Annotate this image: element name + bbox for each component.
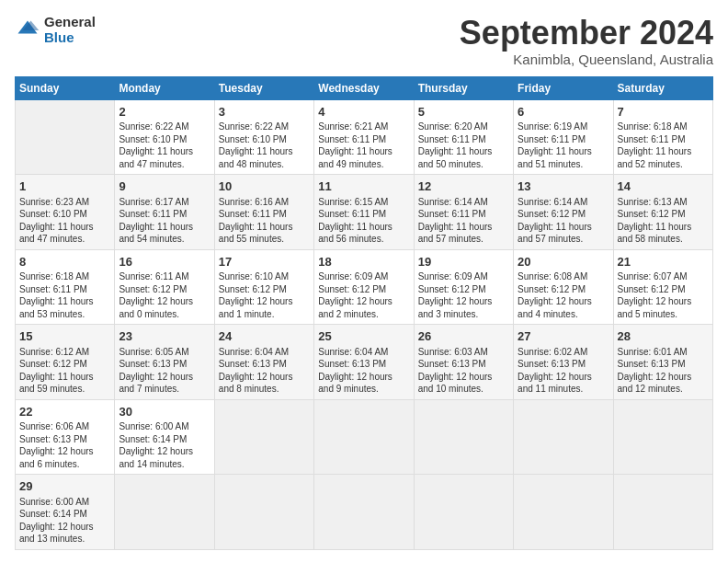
- sunrise-label: Sunrise: 6:00 AM: [19, 497, 89, 507]
- daylight-label: Daylight: 12 hours and 13 minutes.: [19, 522, 94, 545]
- day-number: 23: [119, 328, 210, 345]
- logo-general: General: [44, 15, 96, 30]
- table-row: 21Sunrise: 6:07 AMSunset: 6:12 PMDayligh…: [613, 249, 712, 325]
- logo-icon: [15, 17, 40, 43]
- sunrise-label: Sunrise: 6:04 AM: [318, 347, 388, 357]
- table-row: 23Sunrise: 6:05 AMSunset: 6:13 PMDayligh…: [115, 325, 214, 400]
- table-row: [115, 475, 214, 550]
- table-row: 6Sunrise: 6:19 AMSunset: 6:11 PMDaylight…: [514, 99, 613, 175]
- day-number: 5: [418, 104, 509, 121]
- daylight-label: Daylight: 11 hours and 58 minutes.: [618, 222, 692, 245]
- day-number: 20: [518, 254, 609, 270]
- table-row: 14Sunrise: 6:13 AMSunset: 6:12 PMDayligh…: [613, 175, 712, 250]
- sunset-label: Sunset: 6:14 PM: [119, 434, 187, 444]
- sunrise-label: Sunrise: 6:22 AM: [219, 121, 289, 132]
- table-row: 16Sunrise: 6:11 AMSunset: 6:12 PMDayligh…: [115, 249, 214, 325]
- daylight-label: Daylight: 11 hours and 57 minutes.: [418, 222, 493, 245]
- table-row: 1Sunrise: 6:23 AMSunset: 6:10 PMDaylight…: [16, 175, 115, 250]
- table-row: 12Sunrise: 6:14 AMSunset: 6:11 PMDayligh…: [414, 175, 513, 250]
- day-number: 28: [618, 328, 709, 345]
- sunset-label: Sunset: 6:11 PM: [119, 209, 187, 219]
- table-row: 4Sunrise: 6:21 AMSunset: 6:11 PMDaylight…: [314, 99, 414, 175]
- sunset-label: Sunset: 6:11 PM: [19, 284, 87, 294]
- sunset-label: Sunset: 6:12 PM: [119, 284, 187, 294]
- day-number: 18: [318, 254, 409, 270]
- day-number: 26: [418, 328, 509, 345]
- header-tuesday: Tuesday: [214, 76, 313, 99]
- sunrise-label: Sunrise: 6:11 AM: [119, 271, 188, 282]
- sunset-label: Sunset: 6:12 PM: [318, 284, 386, 294]
- day-number: 21: [618, 254, 709, 270]
- sunrise-label: Sunrise: 6:04 AM: [219, 347, 289, 357]
- daylight-label: Daylight: 11 hours and 55 minutes.: [219, 222, 293, 245]
- sunset-label: Sunset: 6:12 PM: [518, 209, 586, 219]
- sunset-label: Sunset: 6:11 PM: [318, 134, 386, 144]
- header-wednesday: Wednesday: [314, 76, 414, 99]
- table-row: 5Sunrise: 6:20 AMSunset: 6:11 PMDaylight…: [414, 99, 513, 175]
- sunset-label: Sunset: 6:10 PM: [219, 134, 287, 144]
- calendar-week-row: 2Sunrise: 6:22 AMSunset: 6:10 PMDaylight…: [16, 99, 713, 175]
- sunset-label: Sunset: 6:11 PM: [219, 209, 287, 219]
- daylight-label: Daylight: 11 hours and 48 minutes.: [219, 146, 293, 169]
- day-number: 29: [19, 478, 110, 495]
- daylight-label: Daylight: 12 hours and 1 minute.: [219, 296, 293, 319]
- daylight-label: Daylight: 12 hours and 14 minutes.: [119, 446, 193, 469]
- sunrise-label: Sunrise: 6:09 AM: [318, 271, 388, 282]
- calendar-week-row: 15Sunrise: 6:12 AMSunset: 6:12 PMDayligh…: [16, 325, 713, 400]
- day-number: 12: [418, 178, 509, 195]
- sunset-label: Sunset: 6:12 PM: [219, 284, 287, 294]
- sunrise-label: Sunrise: 6:08 AM: [518, 271, 587, 282]
- calendar-header-row: Sunday Monday Tuesday Wednesday Thursday…: [16, 76, 713, 99]
- sunrise-label: Sunrise: 6:17 AM: [119, 197, 188, 207]
- table-row: 27Sunrise: 6:02 AMSunset: 6:13 PMDayligh…: [514, 325, 613, 400]
- daylight-label: Daylight: 12 hours and 4 minutes.: [518, 296, 592, 319]
- table-row: 17Sunrise: 6:10 AMSunset: 6:12 PMDayligh…: [214, 249, 313, 325]
- sunset-label: Sunset: 6:11 PM: [618, 134, 686, 144]
- logo-text: General Blue: [44, 15, 96, 45]
- sunrise-label: Sunrise: 6:21 AM: [318, 121, 388, 132]
- table-row: [16, 99, 115, 175]
- table-row: [514, 475, 613, 550]
- sunset-label: Sunset: 6:12 PM: [518, 284, 586, 294]
- table-row: 9Sunrise: 6:17 AMSunset: 6:11 PMDaylight…: [115, 175, 214, 250]
- sunset-label: Sunset: 6:12 PM: [618, 284, 686, 294]
- day-number: 19: [418, 254, 509, 270]
- day-number: 16: [119, 254, 210, 270]
- header-sunday: Sunday: [16, 76, 115, 99]
- header-friday: Friday: [514, 76, 613, 99]
- sunrise-label: Sunrise: 6:05 AM: [119, 347, 188, 357]
- logo-blue: Blue: [44, 30, 96, 46]
- table-row: 19Sunrise: 6:09 AMSunset: 6:12 PMDayligh…: [414, 249, 513, 325]
- day-number: 27: [518, 328, 609, 345]
- calendar-table: Sunday Monday Tuesday Wednesday Thursday…: [15, 76, 713, 550]
- day-number: 8: [19, 254, 110, 270]
- sunrise-label: Sunrise: 6:23 AM: [19, 197, 89, 207]
- daylight-label: Daylight: 11 hours and 51 minutes.: [518, 146, 592, 169]
- table-row: [514, 399, 613, 475]
- sunrise-label: Sunrise: 6:00 AM: [119, 421, 188, 431]
- sunset-label: Sunset: 6:12 PM: [618, 209, 686, 219]
- sunrise-label: Sunrise: 6:03 AM: [418, 347, 488, 357]
- location-title: Kanimbla, Queensland, Australia: [460, 52, 713, 67]
- sunset-label: Sunset: 6:11 PM: [318, 209, 386, 219]
- sunset-label: Sunset: 6:10 PM: [119, 134, 187, 144]
- daylight-label: Daylight: 11 hours and 54 minutes.: [119, 222, 193, 245]
- table-row: 24Sunrise: 6:04 AMSunset: 6:13 PMDayligh…: [214, 325, 313, 400]
- sunrise-label: Sunrise: 6:09 AM: [418, 271, 488, 282]
- day-number: 3: [219, 104, 310, 121]
- table-row: [314, 475, 414, 550]
- day-number: 11: [318, 178, 409, 195]
- month-title: September 2024: [460, 15, 713, 52]
- table-row: 10Sunrise: 6:16 AMSunset: 6:11 PMDayligh…: [214, 175, 313, 250]
- daylight-label: Daylight: 12 hours and 0 minutes.: [119, 296, 193, 319]
- header-thursday: Thursday: [414, 76, 513, 99]
- table-row: 11Sunrise: 6:15 AMSunset: 6:11 PMDayligh…: [314, 175, 414, 250]
- sunrise-label: Sunrise: 6:20 AM: [418, 121, 488, 132]
- table-row: 8Sunrise: 6:18 AMSunset: 6:11 PMDaylight…: [16, 249, 115, 325]
- sunset-label: Sunset: 6:13 PM: [518, 359, 586, 369]
- sunrise-label: Sunrise: 6:15 AM: [318, 197, 388, 207]
- day-number: 22: [19, 404, 110, 420]
- table-row: [414, 475, 513, 550]
- table-row: 2Sunrise: 6:22 AMSunset: 6:10 PMDaylight…: [115, 99, 214, 175]
- table-row: 13Sunrise: 6:14 AMSunset: 6:12 PMDayligh…: [514, 175, 613, 250]
